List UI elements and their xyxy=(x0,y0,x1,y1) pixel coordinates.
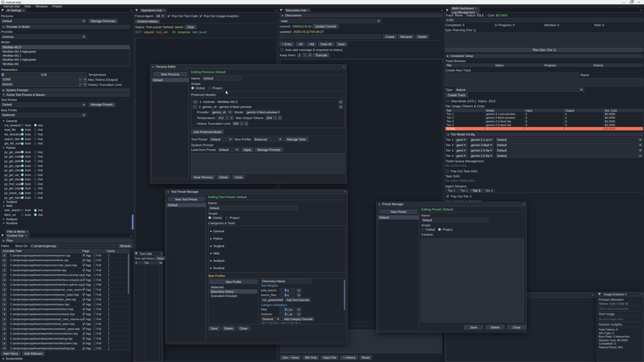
new-profile-button[interactable]: New Profile xyxy=(210,280,257,284)
new-preset-button[interactable]: New Preset xyxy=(379,210,418,214)
ask-radio[interactable] xyxy=(34,213,37,216)
pop-out-tool-calls-checkbox[interactable] xyxy=(167,14,170,17)
apply-button[interactable]: Apply xyxy=(241,147,254,152)
category-python[interactable]: ▼Python xyxy=(1,146,130,150)
tier-model-dropdown[interactable]: gemini-3.1-pro-preview▼ xyxy=(470,137,494,142)
agg-checkbox[interactable] xyxy=(82,278,85,281)
base-dir-input[interactable]: C:/projects/gencpp xyxy=(30,244,117,248)
agg-checkbox[interactable] xyxy=(82,273,85,276)
tier-provider-dropdown[interactable]: gemini▼ xyxy=(455,137,468,142)
add-files-button[interactable]: Add File(s) xyxy=(1,351,20,356)
composer-button[interactable]: Inject File xyxy=(321,355,338,360)
usage-analytics-titlebar[interactable]: Usage Analytics × × xyxy=(597,292,644,296)
agg-checkbox[interactable] xyxy=(82,303,85,306)
agg-checkbox[interactable] xyxy=(82,269,85,272)
tier-model-dropdown[interactable]: gemini-2.5-flash-lite▼ xyxy=(470,148,494,152)
persona-dropdown[interactable]: Default▼ xyxy=(1,19,87,23)
step-mode-checkbox[interactable] xyxy=(446,99,449,103)
add-wildcard-button[interactable]: Add Wildcard xyxy=(22,351,44,356)
full-checkbox[interactable] xyxy=(93,342,96,345)
delete-persona-button[interactable]: Delete xyxy=(217,175,230,179)
remove-file-button[interactable]: x xyxy=(2,258,7,262)
auto-radio[interactable] xyxy=(21,124,24,127)
project-radio[interactable] xyxy=(208,86,211,89)
remove-override-button[interactable]: x xyxy=(296,289,301,292)
remove-file-button[interactable]: x xyxy=(2,317,7,321)
model-list-item[interactable]: MiniMax-M2.1 xyxy=(1,54,130,58)
persona-list-item[interactable]: Default xyxy=(152,78,188,82)
category-item[interactable]: ▶Analysis xyxy=(209,257,346,265)
close-icon[interactable]: × xyxy=(344,190,346,193)
tpm-name-input[interactable]: Default xyxy=(208,206,297,210)
composer-button[interactable]: -> History xyxy=(340,355,358,360)
global-radio[interactable] xyxy=(208,216,211,219)
entry-button[interactable]: + Entry xyxy=(280,42,294,46)
full-checkbox[interactable] xyxy=(93,269,96,272)
profile-name-input[interactable]: Discovery-Heavy xyxy=(261,279,311,283)
preset-manager-titlebar[interactable]: ▼ Preset Manager × xyxy=(377,202,526,206)
category-surgical[interactable]: ▼Surgical xyxy=(1,200,130,204)
model-list-item[interactable]: MiniMax-M2.1-highspeed xyxy=(1,58,130,62)
decrement-button[interactable]: - xyxy=(225,116,229,120)
full-checkbox[interactable] xyxy=(93,293,96,296)
bias-profile-list-item[interactable]: Balanced xyxy=(210,285,257,289)
temperature-slider[interactable]: 0.00 xyxy=(1,72,87,77)
remove-file-button[interactable]: x xyxy=(2,298,7,301)
auto-add-checkbox[interactable] xyxy=(280,48,284,51)
move-down-button[interactable]: - xyxy=(193,105,197,109)
preset-list-item[interactable]: Default xyxy=(378,215,419,220)
files-media-tab[interactable]: Files & Media× xyxy=(5,229,30,233)
full-checkbox[interactable] xyxy=(93,273,96,276)
agg-checkbox[interactable] xyxy=(82,293,85,296)
close-icon[interactable]: × xyxy=(163,8,165,12)
full-checkbox[interactable] xyxy=(93,327,96,330)
category-general[interactable]: ▼General xyxy=(1,119,130,123)
agg-checkbox[interactable] xyxy=(82,254,85,257)
ask-radio[interactable] xyxy=(34,124,37,127)
manage-presets-button[interactable]: Manage Presets xyxy=(88,103,115,107)
manage-personas-button[interactable]: Manage Personas xyxy=(88,19,118,23)
weight-slider[interactable]: 4 xyxy=(280,288,295,292)
model-list-item[interactable]: MiniMax-M2 xyxy=(1,62,130,66)
entry-button[interactable]: -All xyxy=(296,42,305,46)
full-checkbox[interactable] xyxy=(93,288,96,291)
remove-file-button[interactable]: x xyxy=(2,327,7,331)
ask-radio[interactable] xyxy=(34,169,37,172)
menu-item[interactable]: manual slop xyxy=(3,4,20,8)
agg-checkbox[interactable] xyxy=(82,327,85,330)
panel-close-icon[interactable]: × xyxy=(130,8,133,12)
model-list-item[interactable]: MiniMax-M2.5-highspeed xyxy=(1,49,130,54)
global-radio[interactable] xyxy=(421,228,424,231)
increment-button[interactable]: + xyxy=(278,116,282,120)
track-type-dropdown[interactable]: feature▼ xyxy=(455,87,584,92)
close-icon[interactable]: × xyxy=(641,293,643,296)
panel-close-icon[interactable]: × xyxy=(130,234,133,237)
close-icon[interactable]: × xyxy=(592,293,594,297)
ask-radio[interactable] xyxy=(34,128,37,131)
ask-radio[interactable] xyxy=(34,150,37,153)
agg-checkbox[interactable] xyxy=(82,283,85,286)
agg-checkbox[interactable] xyxy=(82,313,85,316)
epic-textarea[interactable] xyxy=(446,32,643,46)
pop-out-usage-checkbox[interactable] xyxy=(199,14,202,17)
remove-file-button[interactable]: x xyxy=(2,278,7,282)
remove-override-button[interactable]: x xyxy=(296,293,301,297)
remove-file-button[interactable]: x xyxy=(2,293,7,296)
pop-out-tier3-checkbox[interactable] xyxy=(446,195,449,198)
full-checkbox[interactable] xyxy=(93,313,96,316)
full-checkbox[interactable] xyxy=(93,278,96,281)
multiplier-slider[interactable]: 1.5x xyxy=(280,307,295,311)
agg-checkbox[interactable] xyxy=(82,322,85,325)
close-icon[interactable]: × xyxy=(625,293,626,296)
remove-model-button[interactable]: x xyxy=(338,100,343,104)
remove-file-button[interactable]: x xyxy=(2,288,7,292)
screenshots-header[interactable]: ▶Screenshots xyxy=(1,357,133,361)
new-tool-preset-button[interactable]: New Tool Preset xyxy=(168,197,204,201)
save-tool-preset-button[interactable]: Save xyxy=(208,326,220,331)
add-category-override-button[interactable]: Add Category Override xyxy=(282,317,314,321)
remove-file-button[interactable]: x xyxy=(2,337,7,340)
history-limit-input[interactable]: 900000 xyxy=(1,82,77,87)
decrement-button[interactable]: - xyxy=(240,121,244,126)
composer-button[interactable]: Gen + Send xyxy=(280,355,301,360)
tier-model-dropdown[interactable]: gemini-2.5-flash-lite▼ xyxy=(470,153,494,158)
